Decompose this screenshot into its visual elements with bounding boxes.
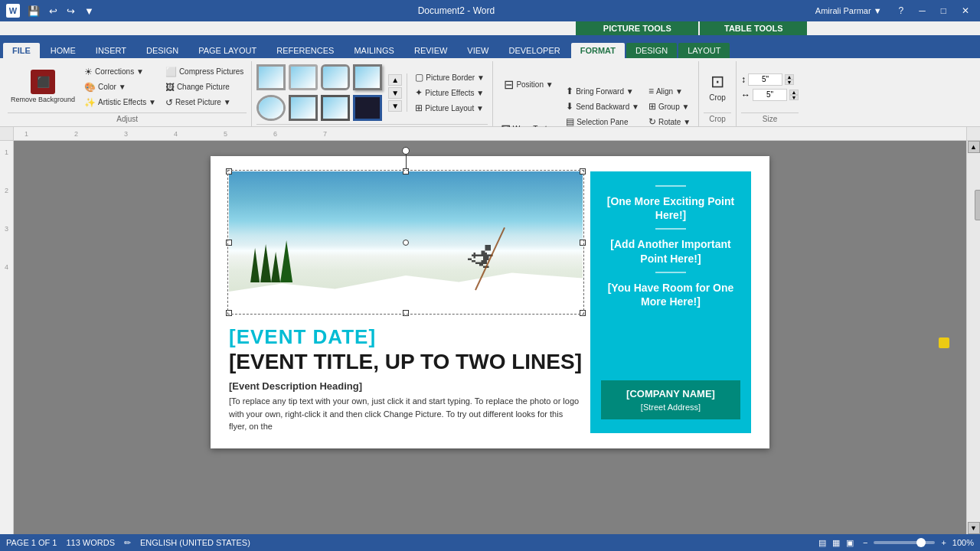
position-button[interactable]: ⊟ Position ▼	[498, 63, 560, 106]
gallery-down-button[interactable]: ▼	[388, 87, 402, 99]
width-input[interactable]	[753, 89, 787, 101]
group-button[interactable]: ⊞ Group ▼	[645, 99, 694, 113]
help-button[interactable]: ?	[894, 4, 909, 18]
event-desc-heading[interactable]: [Event Description Heading]	[229, 380, 583, 392]
pic-style-8[interactable]	[353, 95, 382, 121]
gallery-more-button[interactable]: ▼	[388, 100, 402, 112]
width-up[interactable]: ▲	[789, 90, 799, 95]
arrange-col3: ≡ Align ▼ ⊞ Group ▼ ↻ Rotate ▼	[645, 84, 694, 129]
handle-mr[interactable]	[580, 240, 586, 246]
word-count: 113 WORDS	[66, 538, 115, 548]
redo-button[interactable]: ↪	[64, 4, 78, 18]
crop-button[interactable]: ⊡ Crop	[704, 66, 731, 109]
right-panel-text3[interactable]: [You Have Room for One More Here!]	[601, 281, 740, 308]
size-content: ↕ ▲ ▼ ↔ ▲ ▼	[741, 63, 799, 111]
undo-button[interactable]: ↩	[46, 4, 60, 18]
ribbon-tabs-bar: FILE HOME INSERT DESIGN PAGE LAYOUT REFE…	[0, 35, 980, 58]
save-button[interactable]: 💾	[24, 4, 43, 18]
zoom-thumb[interactable]	[916, 538, 926, 547]
align-button[interactable]: ≡ Align ▼	[645, 84, 694, 98]
compress-pictures-button[interactable]: ⬜ Compress Pictures	[162, 65, 247, 79]
height-up[interactable]: ▲	[785, 74, 794, 80]
tab-design[interactable]: DESIGN	[137, 43, 188, 58]
divider2	[655, 228, 686, 230]
handle-tl[interactable]	[226, 168, 232, 174]
close-button[interactable]: ✕	[957, 4, 974, 18]
tab-developer[interactable]: DEVELOPER	[499, 43, 569, 58]
reset-picture-button[interactable]: ↺ Reset Picture ▼	[162, 96, 247, 109]
cursor-indicator	[939, 337, 949, 348]
event-title[interactable]: [EVENT TITLE, UP TO TWO LINES]	[229, 350, 583, 373]
gallery-up-button[interactable]: ▲	[388, 74, 402, 86]
scroll-thumb[interactable]	[975, 190, 981, 220]
adjust-group-content: ⬛ Remove Background ☀ Corrections ▼ 🎨 Co…	[8, 63, 247, 111]
tab-view[interactable]: VIEW	[458, 43, 498, 58]
language: ENGLISH (UNITED STATES)	[140, 538, 250, 548]
handle-tc[interactable]	[403, 168, 409, 174]
event-desc-text[interactable]: [To replace any tip text with your own, …	[229, 395, 583, 433]
tab-review[interactable]: REVIEW	[405, 43, 456, 58]
right-panel-text2[interactable]: [Add Another Important Point Here!]	[601, 237, 740, 265]
scroll-up-button[interactable]: ▲	[968, 141, 980, 153]
zoom-level[interactable]: 100%	[952, 538, 974, 547]
right-panel-text1[interactable]: [One More Exciting Point Here!]	[601, 194, 740, 222]
image-container[interactable]: ⛷	[229, 171, 583, 313]
bring-forward-button[interactable]: ⬆ Bring Forward ▼	[563, 84, 642, 98]
event-date[interactable]: [EVENT DATE]	[229, 325, 583, 349]
customize-quick-access-button[interactable]: ▼	[81, 4, 97, 18]
corrections-button[interactable]: ☀ Corrections ▼	[81, 65, 159, 79]
view-print-layout[interactable]: ▤	[818, 538, 826, 548]
pic-style-6[interactable]	[289, 95, 318, 121]
pic-style-1[interactable]	[256, 64, 286, 90]
pic-style-5[interactable]	[256, 95, 286, 121]
tab-design2[interactable]: DESIGN	[626, 43, 677, 58]
handle-bc[interactable]	[403, 310, 409, 316]
right-panel: [One More Exciting Point Here!] [Add Ano…	[590, 171, 751, 433]
zoom-slider[interactable]	[874, 541, 935, 544]
handle-ml[interactable]	[226, 240, 232, 246]
pic-style-3[interactable]	[321, 64, 350, 90]
tab-file[interactable]: FILE	[3, 43, 40, 58]
scroll-down-button[interactable]: ▼	[968, 522, 980, 534]
view-outline[interactable]: ▣	[846, 538, 854, 548]
picture-layout-button[interactable]: ⊞ Picture Layout ▼	[412, 101, 488, 115]
width-down[interactable]: ▼	[789, 95, 799, 100]
company-name[interactable]: [COMPANY NAME]	[610, 388, 731, 399]
remove-background-button[interactable]: ⬛ Remove Background	[8, 66, 78, 109]
minimize-button[interactable]: ─	[914, 4, 930, 18]
picture-effects-button[interactable]: ✦ Picture Effects ▼	[412, 86, 488, 99]
height-down[interactable]: ▼	[785, 80, 794, 85]
handle-tr[interactable]	[580, 168, 586, 174]
adjust-group: ⬛ Remove Background ☀ Corrections ▼ 🎨 Co…	[3, 61, 252, 126]
rotate-handle[interactable]	[402, 147, 410, 155]
change-picture-button[interactable]: 🖼 Change Picture	[162, 80, 247, 94]
ribbon: ⬛ Remove Background ☀ Corrections ▼ 🎨 Co…	[0, 58, 980, 127]
center-handle[interactable]	[403, 240, 409, 246]
pic-style-4[interactable]	[353, 64, 382, 90]
color-button[interactable]: 🎨 Color ▼	[81, 80, 159, 94]
main-content-area: 1 2 3 4	[0, 141, 980, 534]
tab-format[interactable]: FORMAT	[571, 43, 625, 58]
pic-style-7[interactable]	[321, 95, 350, 121]
handle-br[interactable]	[580, 310, 586, 316]
company-address[interactable]: [Street Address]	[610, 403, 731, 412]
picture-border-button[interactable]: ▢ Picture Border ▼	[412, 70, 488, 84]
tab-mailings[interactable]: MAILINGS	[345, 43, 403, 58]
picture-tools-label: PICTURE TOOLS	[588, 24, 687, 33]
view-web-layout[interactable]: ▦	[832, 538, 840, 548]
height-input[interactable]	[748, 73, 782, 86]
maximize-button[interactable]: □	[936, 4, 951, 18]
tab-page-layout[interactable]: PAGE LAYOUT	[189, 43, 266, 58]
tab-insert[interactable]: INSERT	[87, 43, 136, 58]
send-backward-button[interactable]: ⬇ Send Backward ▼	[563, 99, 642, 113]
handle-bl[interactable]	[226, 310, 232, 316]
pic-style-2[interactable]	[289, 64, 318, 90]
title-bar-left: W 💾 ↩ ↪ ▼	[6, 4, 97, 18]
artistic-effects-button[interactable]: ✨ Artistic Effects ▼	[81, 96, 159, 109]
tab-home[interactable]: HOME	[41, 43, 85, 58]
tab-references[interactable]: REFERENCES	[267, 43, 343, 58]
ruler-vertical: 1 2 3 4	[0, 141, 14, 534]
tab-layout[interactable]: LAYOUT	[678, 43, 730, 58]
separator	[407, 73, 407, 112]
rotate-line	[406, 153, 407, 168]
